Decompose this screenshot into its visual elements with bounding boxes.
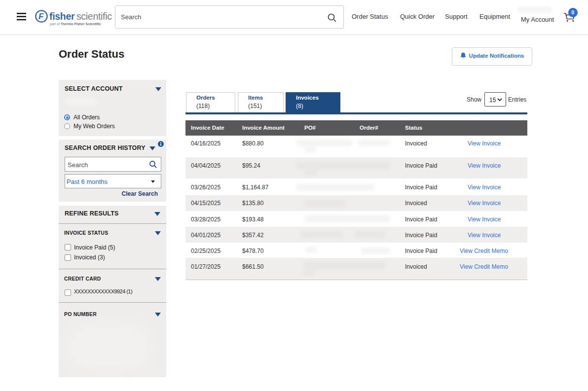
svg-text:F: F (38, 12, 44, 21)
